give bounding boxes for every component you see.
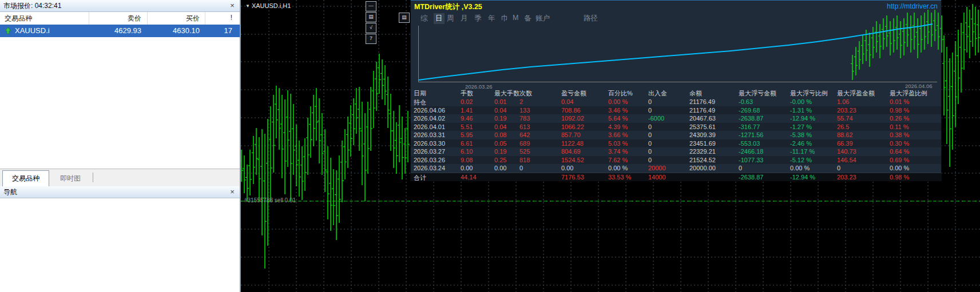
stats-menu-item-2[interactable]: 日	[434, 13, 445, 24]
table-cell: 0.00 %	[608, 165, 628, 171]
stats-menu-item-3[interactable]: 周	[447, 14, 454, 23]
table-cell: -2466.18	[739, 148, 763, 155]
column-divider	[147, 12, 148, 25]
panel-splitter[interactable]	[240, 0, 241, 292]
quote-bid: 4629.93	[89, 26, 141, 35]
table-cell: -1271.56	[739, 131, 763, 138]
table-cell: 0	[648, 131, 652, 138]
row-label: 2026.03.30	[414, 140, 445, 147]
table-cell: 140.73	[837, 148, 856, 155]
close-icon[interactable]: ×	[228, 2, 236, 10]
table-cell: -2.46 %	[790, 140, 812, 147]
stats-menu-item-10[interactable]: 账户	[535, 14, 550, 23]
table-header: 最大浮盈金额	[837, 89, 875, 98]
stats-menu-item-9[interactable]: 备	[524, 14, 531, 23]
col-ask[interactable]: 买价	[147, 14, 200, 23]
table-cell: 857.70	[561, 131, 581, 138]
table-cell: 0	[648, 157, 652, 163]
table-header: 出入金	[648, 89, 667, 98]
table-cell: -1077.33	[739, 157, 763, 163]
tab-divider	[93, 173, 93, 182]
chart-side-button-3[interactable]: √	[366, 23, 376, 33]
tab-symbols[interactable]: 交易品种	[2, 170, 49, 186]
close-icon[interactable]: ×	[228, 188, 236, 196]
panel-corner-button[interactable]: ▤	[399, 13, 410, 23]
row-label: 2026.03.27	[414, 148, 445, 155]
table-row: 合计44.147176.5333.53 %14000-2638.87-12.94…	[411, 173, 941, 182]
table-header: 盈亏金额	[561, 89, 586, 98]
table-cell: 21176.49	[689, 98, 715, 105]
table-cell: -0.63	[739, 98, 753, 105]
table-cell: 689	[519, 140, 530, 147]
table-cell: -5.12 %	[790, 157, 812, 163]
table-cell: -0.00 %	[790, 98, 812, 105]
table-cell: 9.46	[461, 115, 473, 122]
table-cell: 1.06	[837, 98, 849, 105]
column-divider	[89, 12, 89, 25]
col-spread[interactable]: !	[205, 14, 232, 22]
table-cell: 25375.61	[689, 123, 716, 130]
table-cell: 203.23	[837, 174, 856, 181]
navigator-titlebar: 导航 ×	[0, 186, 240, 198]
stats-panel-title: MTDriver统计 ,V3.25	[414, 2, 482, 12]
table-cell: 5.95	[461, 131, 473, 138]
table-cell: 2	[519, 98, 523, 105]
table-cell: 33.53 %	[608, 174, 631, 181]
stats-menu-item-5[interactable]: 季	[474, 14, 482, 23]
table-header: 最大手数次数	[494, 89, 532, 98]
mtdriver-url-link[interactable]: http://mtdriver.cn	[887, 2, 938, 10]
table-cell: 5.51	[461, 123, 473, 130]
stats-menu-item-7[interactable]: 巾	[501, 14, 509, 23]
row-label: 2026.04.06	[414, 107, 445, 114]
table-cell: 3.74 %	[608, 148, 628, 155]
market-watch-tabs: 交易品种 即时图	[0, 169, 240, 187]
table-cell: 14000	[648, 174, 666, 181]
chart-side-button-4[interactable]: 7	[366, 34, 376, 44]
table-row: 2026.03.276.100.19525804.693.74 %022329.…	[411, 147, 941, 156]
table-cell: 6.10	[461, 148, 473, 155]
table-cell: 7176.53	[561, 174, 584, 181]
table-cell: -11.17 %	[790, 148, 815, 155]
row-label: 合计	[414, 174, 426, 182]
table-row: 2026.03.240.000.0000.000.00 %2000020000.…	[411, 164, 941, 173]
table-header: 日期	[414, 89, 426, 98]
table-cell: 3.46 %	[608, 107, 628, 114]
stats-menu-item-4[interactable]: 月	[461, 14, 468, 23]
table-cell: 0.98 %	[890, 174, 909, 181]
table-cell: 1.41	[461, 107, 473, 114]
chart-side-button-1[interactable]: —	[366, 1, 376, 11]
table-cell: 0.00 %	[890, 165, 909, 171]
arrow-up-icon	[4, 27, 12, 35]
table-cell: 5.03 %	[608, 140, 628, 147]
row-label: 2026.03.31	[414, 131, 445, 138]
tab-tick-chart[interactable]: 即时图	[53, 171, 88, 185]
stats-menu-item-8[interactable]: M	[513, 14, 518, 22]
equity-chart-y-axis	[418, 26, 419, 82]
table-cell: 20000	[648, 165, 666, 171]
table-cell: 22329.21	[689, 148, 716, 155]
table-cell: 0	[648, 98, 652, 105]
table-cell: 0	[648, 123, 652, 130]
left-panel-column: 市场报价: 04:32:41 × 交易品种 卖价 买价 ! XAUUSD.i 4…	[0, 0, 240, 292]
col-symbol[interactable]: 交易品种	[5, 14, 32, 23]
stats-menu-item-1[interactable]: 综	[420, 14, 428, 23]
symbol-dropdown-icon[interactable]: ▼	[245, 3, 250, 9]
table-cell: -2638.87	[739, 115, 763, 122]
stats-menu-path[interactable]: 路径	[584, 14, 598, 23]
table-cell: 0.01	[494, 98, 506, 105]
table-cell: 133	[519, 107, 530, 114]
table-cell: 0.11 %	[890, 123, 908, 130]
row-label: 2026.04.02	[414, 115, 445, 122]
market-watch-empty-area	[0, 37, 240, 169]
col-bid[interactable]: 卖价	[89, 14, 141, 23]
row-label: 2026.03.24	[414, 165, 445, 171]
table-cell: -12.94 %	[790, 174, 815, 181]
table-cell: 0.08	[494, 131, 506, 138]
stats-menu-item-6[interactable]: 年	[488, 14, 495, 23]
table-cell: 0	[837, 165, 840, 171]
chart-side-button-2[interactable]: ▤	[366, 12, 376, 22]
quote-symbol: XAUUSD.i	[15, 26, 50, 35]
table-cell: 0	[739, 165, 742, 171]
quote-row-xauusd[interactable]: XAUUSD.i 4629.93 4630.10 17	[0, 25, 240, 37]
table-header: 余额	[689, 89, 702, 98]
